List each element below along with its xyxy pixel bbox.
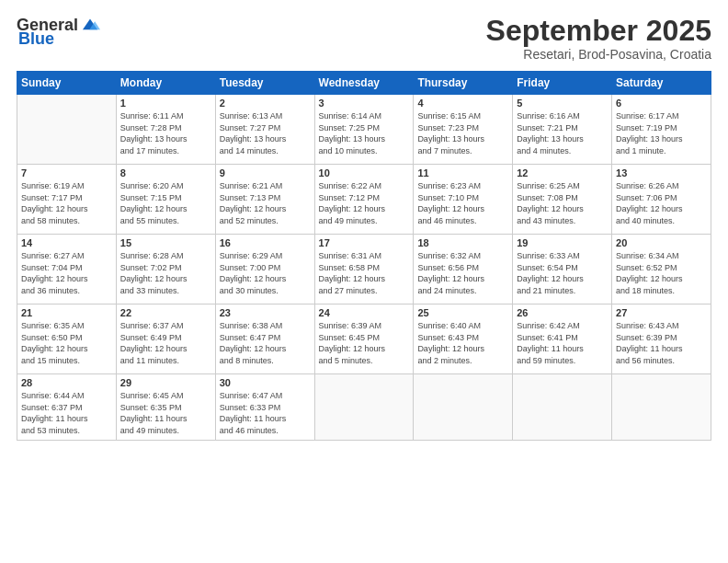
day-info: Sunrise: 6:44 AMSunset: 6:37 PMDaylight:… xyxy=(21,390,112,436)
logo-icon xyxy=(80,15,100,35)
calendar-cell: 8Sunrise: 6:20 AMSunset: 7:15 PMDaylight… xyxy=(116,165,215,235)
day-info: Sunrise: 6:31 AMSunset: 6:58 PMDaylight:… xyxy=(319,250,410,296)
calendar-cell: 22Sunrise: 6:37 AMSunset: 6:49 PMDayligh… xyxy=(116,304,215,374)
day-info: Sunrise: 6:20 AMSunset: 7:15 PMDaylight:… xyxy=(120,180,211,226)
day-number: 14 xyxy=(21,237,112,248)
day-info: Sunrise: 6:15 AMSunset: 7:23 PMDaylight:… xyxy=(417,110,508,156)
day-number: 18 xyxy=(417,237,508,248)
calendar-cell: 30Sunrise: 6:47 AMSunset: 6:33 PMDayligh… xyxy=(215,374,314,440)
day-info: Sunrise: 6:38 AMSunset: 6:47 PMDaylight:… xyxy=(220,320,311,366)
day-info: Sunrise: 6:14 AMSunset: 7:25 PMDaylight:… xyxy=(319,110,410,156)
day-info: Sunrise: 6:40 AMSunset: 6:43 PMDaylight:… xyxy=(417,320,508,366)
calendar-cell: 12Sunrise: 6:25 AMSunset: 7:08 PMDayligh… xyxy=(513,165,612,235)
calendar-cell: 9Sunrise: 6:21 AMSunset: 7:13 PMDaylight… xyxy=(215,165,314,235)
day-info: Sunrise: 6:39 AMSunset: 6:45 PMDaylight:… xyxy=(319,320,410,366)
calendar-cell: 28Sunrise: 6:44 AMSunset: 6:37 PMDayligh… xyxy=(17,374,117,440)
day-number: 27 xyxy=(616,307,707,318)
day-info: Sunrise: 6:43 AMSunset: 6:39 PMDaylight:… xyxy=(616,320,707,366)
calendar-cell: 10Sunrise: 6:22 AMSunset: 7:12 PMDayligh… xyxy=(314,165,414,235)
day-number: 25 xyxy=(417,307,508,318)
weekday-header-monday: Monday xyxy=(116,72,215,95)
day-number: 9 xyxy=(220,167,311,178)
day-number: 10 xyxy=(319,167,410,178)
day-number: 13 xyxy=(616,167,707,178)
day-number: 3 xyxy=(319,98,410,109)
day-info: Sunrise: 6:45 AMSunset: 6:35 PMDaylight:… xyxy=(120,390,211,436)
calendar-cell xyxy=(17,95,117,165)
day-number: 29 xyxy=(120,377,211,388)
calendar-table: SundayMondayTuesdayWednesdayThursdayFrid… xyxy=(17,71,711,440)
calendar-cell xyxy=(612,374,711,440)
day-info: Sunrise: 6:33 AMSunset: 6:54 PMDaylight:… xyxy=(517,250,608,296)
calendar-cell: 6Sunrise: 6:17 AMSunset: 7:19 PMDaylight… xyxy=(612,95,711,165)
calendar-cell: 7Sunrise: 6:19 AMSunset: 7:17 PMDaylight… xyxy=(17,165,117,235)
calendar-cell: 27Sunrise: 6:43 AMSunset: 6:39 PMDayligh… xyxy=(612,304,711,374)
day-number: 24 xyxy=(319,307,410,318)
calendar-week-row: 14Sunrise: 6:27 AMSunset: 7:04 PMDayligh… xyxy=(17,235,711,304)
day-number: 28 xyxy=(21,377,112,388)
weekday-header-tuesday: Tuesday xyxy=(215,72,314,95)
calendar-cell xyxy=(314,374,414,440)
calendar-week-row: 1Sunrise: 6:11 AMSunset: 7:28 PMDaylight… xyxy=(17,95,711,165)
month-title: September 2025 xyxy=(486,15,711,47)
weekday-header-wednesday: Wednesday xyxy=(314,72,414,95)
day-number: 16 xyxy=(220,237,311,248)
day-info: Sunrise: 6:47 AMSunset: 6:33 PMDaylight:… xyxy=(220,390,311,436)
calendar-cell: 23Sunrise: 6:38 AMSunset: 6:47 PMDayligh… xyxy=(215,304,314,374)
day-number: 15 xyxy=(120,237,211,248)
page-header: General Blue September 2025 Resetari, Br… xyxy=(17,15,711,62)
weekday-header-saturday: Saturday xyxy=(612,72,711,95)
day-number: 21 xyxy=(21,307,112,318)
day-info: Sunrise: 6:37 AMSunset: 6:49 PMDaylight:… xyxy=(120,320,211,366)
calendar-week-row: 7Sunrise: 6:19 AMSunset: 7:17 PMDaylight… xyxy=(17,165,711,235)
day-number: 7 xyxy=(21,167,112,178)
calendar-cell: 26Sunrise: 6:42 AMSunset: 6:41 PMDayligh… xyxy=(513,304,612,374)
day-info: Sunrise: 6:42 AMSunset: 6:41 PMDaylight:… xyxy=(517,320,608,366)
day-info: Sunrise: 6:35 AMSunset: 6:50 PMDaylight:… xyxy=(21,320,112,366)
day-number: 4 xyxy=(417,98,508,109)
calendar-cell: 24Sunrise: 6:39 AMSunset: 6:45 PMDayligh… xyxy=(314,304,414,374)
weekday-header-sunday: Sunday xyxy=(17,72,117,95)
day-number: 20 xyxy=(616,237,707,248)
logo: General Blue xyxy=(17,15,100,49)
calendar-cell xyxy=(513,374,612,440)
calendar-cell: 16Sunrise: 6:29 AMSunset: 7:00 PMDayligh… xyxy=(215,235,314,304)
day-number: 6 xyxy=(616,98,707,109)
calendar-cell: 1Sunrise: 6:11 AMSunset: 7:28 PMDaylight… xyxy=(116,95,215,165)
calendar-cell: 29Sunrise: 6:45 AMSunset: 6:35 PMDayligh… xyxy=(116,374,215,440)
day-info: Sunrise: 6:13 AMSunset: 7:27 PMDaylight:… xyxy=(220,110,311,156)
weekday-header-friday: Friday xyxy=(513,72,612,95)
calendar-week-row: 21Sunrise: 6:35 AMSunset: 6:50 PMDayligh… xyxy=(17,304,711,374)
day-info: Sunrise: 6:21 AMSunset: 7:13 PMDaylight:… xyxy=(220,180,311,226)
day-number: 11 xyxy=(417,167,508,178)
calendar-cell: 19Sunrise: 6:33 AMSunset: 6:54 PMDayligh… xyxy=(513,235,612,304)
calendar-cell: 17Sunrise: 6:31 AMSunset: 6:58 PMDayligh… xyxy=(314,235,414,304)
day-number: 17 xyxy=(319,237,410,248)
calendar-cell: 15Sunrise: 6:28 AMSunset: 7:02 PMDayligh… xyxy=(116,235,215,304)
day-info: Sunrise: 6:29 AMSunset: 7:00 PMDaylight:… xyxy=(220,250,311,296)
calendar-cell: 5Sunrise: 6:16 AMSunset: 7:21 PMDaylight… xyxy=(513,95,612,165)
day-number: 5 xyxy=(517,98,608,109)
calendar-cell: 25Sunrise: 6:40 AMSunset: 6:43 PMDayligh… xyxy=(414,304,513,374)
calendar-cell: 2Sunrise: 6:13 AMSunset: 7:27 PMDaylight… xyxy=(215,95,314,165)
day-info: Sunrise: 6:26 AMSunset: 7:06 PMDaylight:… xyxy=(616,180,707,226)
day-number: 12 xyxy=(517,167,608,178)
calendar-cell: 18Sunrise: 6:32 AMSunset: 6:56 PMDayligh… xyxy=(414,235,513,304)
day-number: 30 xyxy=(220,377,311,388)
logo-blue: Blue xyxy=(18,29,54,49)
day-info: Sunrise: 6:11 AMSunset: 7:28 PMDaylight:… xyxy=(120,110,211,156)
day-number: 22 xyxy=(120,307,211,318)
day-info: Sunrise: 6:28 AMSunset: 7:02 PMDaylight:… xyxy=(120,250,211,296)
day-info: Sunrise: 6:19 AMSunset: 7:17 PMDaylight:… xyxy=(21,180,112,226)
day-number: 19 xyxy=(517,237,608,248)
location-subtitle: Resetari, Brod-Posavina, Croatia xyxy=(486,47,711,62)
calendar-cell: 3Sunrise: 6:14 AMSunset: 7:25 PMDaylight… xyxy=(314,95,414,165)
calendar-cell: 20Sunrise: 6:34 AMSunset: 6:52 PMDayligh… xyxy=(612,235,711,304)
calendar-cell xyxy=(414,374,513,440)
day-info: Sunrise: 6:23 AMSunset: 7:10 PMDaylight:… xyxy=(417,180,508,226)
day-info: Sunrise: 6:22 AMSunset: 7:12 PMDaylight:… xyxy=(319,180,410,226)
day-info: Sunrise: 6:32 AMSunset: 6:56 PMDaylight:… xyxy=(417,250,508,296)
day-number: 1 xyxy=(120,98,211,109)
day-info: Sunrise: 6:16 AMSunset: 7:21 PMDaylight:… xyxy=(517,110,608,156)
day-info: Sunrise: 6:25 AMSunset: 7:08 PMDaylight:… xyxy=(517,180,608,226)
